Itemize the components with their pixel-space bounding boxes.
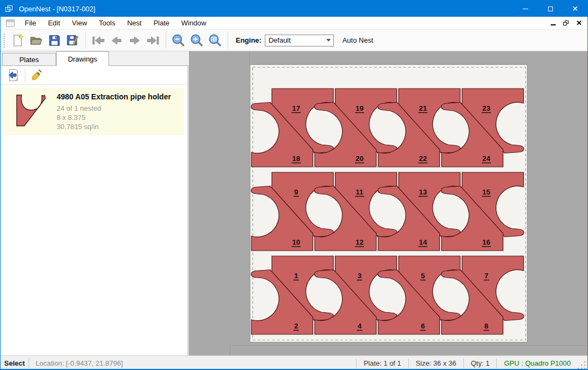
clear-nest-button[interactable]: [28, 67, 45, 83]
canvas-guide-line: [230, 345, 588, 346]
part-number-label: 11: [355, 188, 364, 196]
save-button[interactable]: [45, 32, 64, 49]
tab-drawings[interactable]: Drawings: [56, 51, 109, 66]
minimize-button[interactable]: [513, 1, 538, 17]
toolbar-grip[interactable]: [3, 33, 5, 48]
chevron-down-icon: [326, 39, 331, 42]
part-number-label: 22: [419, 154, 427, 163]
part-number-label: 4: [358, 322, 362, 330]
drawing-title: 4980 A05 Extraction pipe holder: [57, 92, 171, 101]
first-arrow-icon: [91, 35, 105, 46]
part-number-label: 6: [421, 322, 425, 330]
part-number-label: 1: [294, 272, 298, 280]
part-number-label: 5: [421, 272, 425, 280]
menu-file[interactable]: File: [19, 17, 42, 30]
part-number-label: 7: [484, 272, 489, 280]
menu-tools[interactable]: Tools: [93, 17, 121, 30]
mdi-minimize-button[interactable]: [551, 24, 556, 25]
broom-icon: [30, 69, 43, 82]
tab-plates[interactable]: Plates: [2, 53, 56, 66]
mdi-restore-button[interactable]: [563, 21, 569, 25]
nest-canvas[interactable]: 171819202122232491011121314151612345678: [189, 51, 588, 355]
drawing-list-item[interactable]: 4980 A05 Extraction pipe holder 24 of 1 …: [3, 88, 184, 135]
toolbar-separator: [166, 32, 166, 49]
previous-plate-button[interactable]: [107, 32, 126, 49]
status-bar: Select Location: [-0.9437, 21.8796] Plat…: [1, 355, 587, 370]
part-number-label: 23: [482, 104, 491, 112]
part-number-label: 16: [482, 238, 491, 246]
open-folder-icon: [29, 33, 43, 48]
zoom-extents-button[interactable]: [206, 32, 224, 49]
new-file-icon: [11, 33, 25, 48]
zoom-in-button[interactable]: [188, 32, 206, 49]
nested-parts-group: 171819202122232491011121314151612345678: [251, 89, 524, 334]
part-number-label: 9: [294, 188, 298, 196]
part-number-label: 13: [419, 188, 427, 196]
zoom-out-icon: [172, 33, 186, 48]
close-button[interactable]: ✕: [563, 1, 587, 17]
drawings-toolbar: [1, 66, 188, 85]
part-number-label: 2: [294, 322, 298, 330]
app-icon: [5, 5, 13, 12]
engine-select[interactable]: Default: [265, 35, 334, 46]
sidebar: Plates Drawings: [1, 51, 188, 355]
last-arrow-icon: [146, 35, 160, 46]
resize-grip-icon[interactable]: [578, 361, 586, 370]
canvas-guide-line: [249, 51, 250, 64]
part-number-label: 3: [358, 272, 362, 280]
drawing-area: 30.7815 sq/in: [57, 123, 99, 131]
title-bar[interactable]: OpenNest - [N0317-002] ✕: [1, 1, 587, 17]
engine-label: Engine:: [236, 36, 262, 44]
status-plate-size: Size: 36 x 36: [409, 359, 463, 367]
save-as-icon: [66, 33, 80, 48]
drawing-dimensions: 8 x 8.375: [57, 113, 86, 122]
engine-selected-value: Default: [265, 36, 324, 44]
open-button[interactable]: [27, 32, 45, 49]
toolbar-separator: [85, 32, 86, 49]
minimize-icon: [523, 9, 528, 9]
new-button[interactable]: [9, 32, 27, 49]
first-plate-button[interactable]: [89, 32, 107, 49]
menu-window[interactable]: Window: [175, 17, 212, 30]
menu-plate[interactable]: Plate: [147, 17, 175, 30]
toolbar-separator: [25, 69, 25, 82]
part-number-label: 14: [419, 238, 427, 246]
main-toolbar: Engine: Default Auto Nest: [1, 30, 587, 51]
drawings-panel: 4980 A05 Extraction pipe holder 24 of 1 …: [1, 65, 188, 355]
app-window: OpenNest - [N0317-002] ✕ File Edit View …: [0, 0, 588, 370]
part-number-label: 8: [484, 322, 489, 330]
status-gpu: GPU : Quadro P1000: [497, 359, 578, 367]
toolbar-separator: [228, 32, 228, 49]
return-drawing-button[interactable]: [5, 67, 22, 83]
next-plate-button[interactable]: [126, 32, 144, 49]
last-plate-button[interactable]: [144, 32, 162, 49]
maximize-button[interactable]: [538, 1, 563, 17]
status-plate-count: Plate: 1 of 1: [357, 359, 408, 367]
menu-bar: File Edit View Tools Nest Plate Window ✕: [1, 17, 587, 30]
zoom-in-icon: [190, 33, 204, 48]
part-number-label: 21: [419, 104, 427, 112]
part-thumbnail: [8, 90, 51, 132]
zoom-extents-icon: [208, 33, 222, 48]
part-number-label: 17: [292, 104, 300, 112]
menu-edit[interactable]: Edit: [42, 17, 66, 30]
zoom-out-button[interactable]: [169, 32, 188, 49]
mdi-close-button[interactable]: ✕: [576, 19, 582, 26]
status-qty: Qty: 1: [464, 359, 497, 367]
part-number-label: 15: [482, 188, 491, 196]
part-number-label: 12: [355, 238, 364, 246]
canvas-guide-line: [230, 345, 230, 355]
menu-nest[interactable]: Nest: [121, 17, 148, 30]
plate-page[interactable]: 171819202122232491011121314151612345678: [250, 64, 528, 342]
status-location: Location: [-0.9437, 21.8796]: [29, 359, 129, 367]
menu-view[interactable]: View: [66, 17, 93, 30]
previous-arrow-icon: [110, 35, 124, 46]
part-number-label: 18: [292, 154, 300, 163]
maximize-icon: [548, 6, 553, 11]
engine-dropdown-button[interactable]: [324, 35, 333, 46]
part-number-label: 10: [292, 238, 300, 246]
save-as-button[interactable]: [64, 32, 82, 49]
auto-nest-button[interactable]: Auto Nest: [338, 33, 378, 48]
document-window-icon[interactable]: [6, 19, 15, 27]
back-document-icon: [7, 69, 20, 82]
